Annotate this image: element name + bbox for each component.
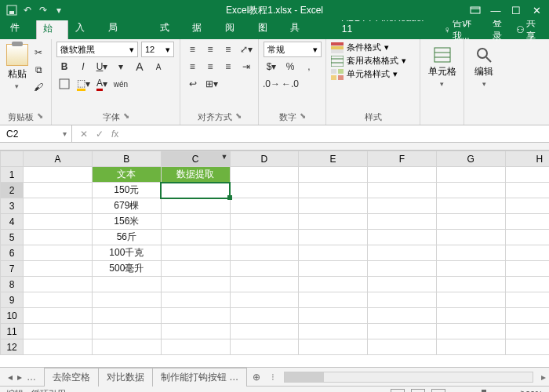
font-size-select[interactable]: 12▾ bbox=[141, 42, 174, 57]
cell[interactable] bbox=[505, 261, 549, 277]
percent-format-icon[interactable]: % bbox=[282, 59, 298, 74]
cell[interactable] bbox=[299, 324, 368, 339]
cell[interactable] bbox=[24, 308, 93, 324]
cell[interactable] bbox=[505, 230, 549, 245]
cell[interactable] bbox=[368, 230, 437, 245]
cell[interactable] bbox=[161, 245, 230, 261]
cell[interactable] bbox=[24, 261, 93, 277]
cell[interactable] bbox=[299, 292, 368, 308]
row-header[interactable]: 1 bbox=[1, 167, 24, 183]
cell[interactable] bbox=[299, 183, 368, 198]
sheet-tab[interactable]: 对比数据 bbox=[98, 368, 153, 387]
zoom-level[interactable]: 100% bbox=[521, 390, 543, 393]
clipboard-dialog-icon[interactable]: ⬊ bbox=[37, 111, 43, 123]
row-header[interactable]: 4 bbox=[1, 214, 24, 230]
cell[interactable] bbox=[24, 230, 93, 245]
cell[interactable]: 679棵 bbox=[93, 198, 162, 214]
cell[interactable]: 500毫升 bbox=[93, 261, 162, 277]
row-header[interactable]: 12 bbox=[1, 339, 24, 355]
conditional-format-button[interactable]: 条件格式▾ bbox=[331, 42, 415, 53]
sheet-tab[interactable]: 去除空格 bbox=[44, 368, 99, 387]
cell[interactable] bbox=[505, 198, 549, 214]
row-header[interactable]: 9 bbox=[1, 292, 24, 308]
cell[interactable] bbox=[299, 339, 368, 355]
border-icon[interactable] bbox=[56, 76, 72, 92]
cell[interactable] bbox=[368, 339, 437, 355]
cell[interactable] bbox=[368, 308, 437, 324]
cell[interactable] bbox=[161, 339, 230, 355]
cell[interactable] bbox=[368, 277, 437, 292]
share-button[interactable]: ⚇ 共享 bbox=[516, 16, 544, 43]
cell[interactable] bbox=[505, 308, 549, 324]
align-top-icon[interactable]: ≡ bbox=[185, 42, 200, 57]
grow-font-button[interactable]: A bbox=[132, 59, 147, 74]
cell[interactable] bbox=[230, 230, 299, 245]
cell[interactable] bbox=[368, 324, 437, 339]
row-header[interactable]: 5 bbox=[1, 230, 24, 245]
cell[interactable] bbox=[24, 339, 93, 355]
cell[interactable] bbox=[24, 277, 93, 292]
cell[interactable] bbox=[93, 339, 162, 355]
orientation-icon[interactable]: ⤢▾ bbox=[238, 42, 253, 57]
cell[interactable] bbox=[161, 324, 230, 339]
cell[interactable] bbox=[505, 183, 549, 198]
col-header[interactable]: E bbox=[299, 151, 368, 167]
table-format-button[interactable]: 套用表格格式▾ bbox=[331, 55, 415, 67]
bold-button[interactable]: B bbox=[56, 59, 72, 74]
cell[interactable] bbox=[368, 167, 437, 183]
cells-button[interactable]: 单元格 ▾ bbox=[425, 42, 460, 92]
align-center-icon[interactable]: ≡ bbox=[203, 59, 218, 74]
align-middle-icon[interactable]: ≡ bbox=[203, 42, 218, 57]
cell[interactable] bbox=[505, 214, 549, 230]
shrink-font-button[interactable]: A bbox=[151, 59, 166, 74]
cell[interactable] bbox=[93, 308, 162, 324]
cell[interactable] bbox=[436, 308, 505, 324]
cell[interactable] bbox=[368, 183, 437, 198]
row-header[interactable]: 7 bbox=[1, 261, 24, 277]
cell[interactable] bbox=[368, 245, 437, 261]
name-box[interactable]: C2 bbox=[0, 125, 72, 142]
fill-color-button[interactable]: ⬚▾ bbox=[75, 76, 91, 92]
ribbon-options-icon[interactable] bbox=[466, 2, 485, 18]
font-dialog-icon[interactable]: ⬊ bbox=[123, 111, 129, 123]
cell[interactable] bbox=[368, 292, 437, 308]
row-header[interactable]: 3 bbox=[1, 198, 24, 214]
align-bottom-icon[interactable]: ≡ bbox=[221, 42, 236, 57]
cell[interactable] bbox=[230, 324, 299, 339]
editing-button[interactable]: 编辑 ▾ bbox=[468, 42, 500, 92]
cell[interactable] bbox=[299, 308, 368, 324]
cell[interactable] bbox=[230, 183, 299, 198]
cell[interactable] bbox=[505, 292, 549, 308]
cell[interactable] bbox=[368, 261, 437, 277]
cell[interactable] bbox=[93, 277, 162, 292]
align-dialog-icon[interactable]: ⬊ bbox=[235, 111, 242, 123]
decrease-decimal-icon[interactable]: ←.0 bbox=[282, 76, 298, 92]
cell[interactable] bbox=[161, 198, 230, 214]
cell[interactable] bbox=[230, 277, 299, 292]
sheet-tab[interactable]: 制作能打钩按钮 … bbox=[152, 368, 247, 387]
cell[interactable] bbox=[24, 198, 93, 214]
cell[interactable] bbox=[505, 324, 549, 339]
cell[interactable] bbox=[230, 198, 299, 214]
qat-customize-icon[interactable]: ▾ bbox=[53, 5, 64, 16]
row-header[interactable]: 8 bbox=[1, 277, 24, 292]
copy-icon[interactable]: ⧉ bbox=[31, 62, 46, 78]
cell[interactable]: 156米 bbox=[93, 214, 162, 230]
cell[interactable] bbox=[436, 167, 505, 183]
cell[interactable] bbox=[436, 277, 505, 292]
merge-center-icon[interactable]: ⊞▾ bbox=[204, 76, 220, 92]
wrap-text-icon[interactable]: ↩ bbox=[185, 76, 201, 92]
close-icon[interactable]: ✕ bbox=[527, 2, 546, 18]
cell[interactable] bbox=[299, 230, 368, 245]
cell[interactable] bbox=[436, 230, 505, 245]
cell[interactable] bbox=[436, 324, 505, 339]
align-right-icon[interactable]: ≡ bbox=[221, 59, 236, 74]
sheet-nav-prev-icon[interactable]: ◂ bbox=[8, 372, 13, 383]
cell[interactable] bbox=[24, 324, 93, 339]
cell[interactable] bbox=[24, 245, 93, 261]
underline-button[interactable]: U▾ bbox=[94, 59, 110, 74]
col-header[interactable]: F bbox=[368, 151, 437, 167]
cell[interactable] bbox=[505, 167, 549, 183]
cell[interactable] bbox=[161, 230, 230, 245]
font-color-button[interactable]: A▾ bbox=[94, 76, 110, 92]
